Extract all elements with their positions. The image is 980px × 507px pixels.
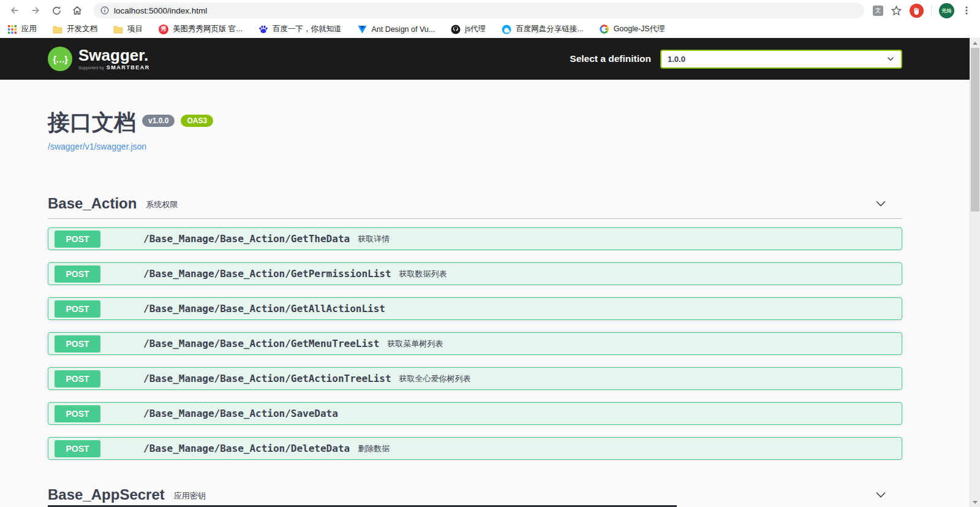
method-badge: POST [55,440,100,457]
bookmark-dev-docs-folder[interactable]: 开发文档 [53,24,97,34]
bookmark-project-folder[interactable]: 项目 [113,24,143,34]
collapse-chevron-icon[interactable] [875,489,887,501]
opblock-save-data[interactable]: POST /Base_Manage/Base_Action/SaveData [48,402,902,425]
operation-path: /Base_Manage/Base_Action/GetTheData [143,233,350,245]
bookmark-baidu[interactable]: 百度一下，你就知道 [258,24,342,34]
hand-icon [913,7,921,15]
operation-summary: 删除数据 [358,443,390,454]
tag-header-base-action[interactable]: Base_Action 系统权限 [48,189,902,219]
operation-path: /Base_Manage/Base_Action/GetAllActionLis… [143,303,385,314]
folder-icon [113,25,123,34]
page-info-icon[interactable] [100,6,109,15]
method-badge: POST [55,300,100,318]
operation-path: /Base_Manage/Base_Action/GetMenuTreeList [143,338,379,349]
bookmark-label: 项目 [127,24,143,34]
supported-by-text: Supported by [78,66,104,70]
bookmark-meitu[interactable]: 秀 美图秀秀网页版 官... [159,24,243,34]
api-info: 接口文档 v1.0.0 OAS3 /swagger/v1/swagger.jso… [48,80,902,152]
back-button[interactable] [6,2,23,19]
bookmark-label: 开发文档 [67,24,97,34]
method-badge: POST [55,370,100,387]
select-definition-label: Select a definition [570,53,651,64]
operation-path: /Base_Manage/Base_Action/GetPermissionLi… [143,268,391,280]
smartbear-text: SMARTBEAR [107,64,150,71]
selected-definition-value: 1.0.0 [668,55,886,64]
operation-path: /Base_Manage/Base_Action/SaveData [143,408,338,419]
adblock-extension-icon[interactable] [910,4,924,18]
method-badge: POST [55,265,100,283]
spec-json-link[interactable]: /swagger/v1/swagger.json [48,142,146,151]
scroll-up-arrow[interactable] [970,38,980,48]
operations-list: POST /Base_Manage/Base_Action/GetTheData… [48,219,902,460]
opblock-get-menu-tree-list[interactable]: POST /Base_Manage/Base_Action/GetMenuTre… [48,332,902,355]
swagger-topbar: {…} Swagger. Supported by SMARTBEAR Sele… [0,38,970,80]
scrollbar-thumb[interactable] [971,48,979,212]
reload-icon [51,6,62,16]
baidu-paw-icon [258,25,268,34]
method-badge: POST [55,231,100,248]
scrollbar-track[interactable] [970,38,980,507]
method-badge: POST [55,335,100,353]
operation-summary: 获取数据列表 [399,269,447,280]
folder-icon [53,25,62,34]
opblock-get-the-data[interactable]: POST /Base_Manage/Base_Action/GetTheData… [48,227,902,250]
tag-name: Base_AppSecret [48,486,165,503]
tag-name: Base_Action [48,195,137,212]
bookmark-label: 应用 [21,24,37,34]
swagger-logo-text: Swagger. [78,47,150,63]
tag-description: 系统权限 [146,199,178,210]
bookmark-label: 美图秀秀网页版 官... [173,24,243,34]
home-button[interactable] [69,2,86,19]
forward-arrow-icon [30,5,41,16]
bookmark-label: 百度网盘分享链接... [516,24,583,34]
opblock-get-all-action-list[interactable]: POST /Base_Manage/Base_Action/GetAllActi… [48,297,902,320]
opblock-get-permission-list[interactable]: POST /Base_Manage/Base_Action/GetPermiss… [48,262,902,285]
reload-button[interactable] [48,2,65,19]
home-icon [72,5,83,16]
forward-button[interactable] [27,2,44,19]
bookmark-js-proxy[interactable]: js代理 [451,24,486,34]
bookmark-label: 百度一下，你就知道 [273,24,342,34]
browser-toolbar: localhost:5000/index.html 文 光灿 [0,0,980,21]
bookmark-label: Ant Design of Vu... [371,25,435,34]
bookmark-star-icon[interactable] [891,5,902,17]
operation-path: /Base_Manage/Base_Action/GetActionTreeLi… [143,373,391,384]
version-badge: v1.0.0 [142,115,175,127]
bookmark-baidu-pan[interactable]: 百度网盘分享链接... [502,24,583,34]
swagger-content: 接口文档 v1.0.0 OAS3 /swagger/v1/swagger.jso… [0,80,970,507]
baidu-pan-icon [502,25,511,34]
bookmarks-bar: 应用 开发文档 项目 秀 美图秀秀网页版 官... 百度一下，你就知道 Ant … [0,21,980,38]
operation-path: /Base_Manage/Base_Action/DeleteData [143,443,350,454]
url-bar[interactable]: localhost:5000/index.html [93,2,864,18]
toolbar-separator [931,5,932,16]
definition-select[interactable]: 1.0.0 [660,50,902,69]
tag-description: 应用密钥 [174,490,206,501]
swagger-logo: {…} Swagger. Supported by SMARTBEAR [48,47,150,71]
opblock-get-action-tree-list[interactable]: POST /Base_Manage/Base_Action/GetActionT… [48,367,902,390]
bookmark-apps[interactable]: 应用 [7,24,37,34]
apps-grid-icon [7,25,17,34]
chevron-down-icon [886,55,895,63]
toolbar-right: 文 光灿 [873,3,974,18]
scroll-down-arrow[interactable] [970,497,980,507]
back-arrow-icon [9,5,20,16]
opblock-delete-data[interactable]: POST /Base_Manage/Base_Action/DeleteData… [48,437,902,460]
url-text: localhost:5000/index.html [114,6,207,15]
meitu-icon: 秀 [159,25,168,34]
tag-header-base-appsecret[interactable]: Base_AppSecret 应用密钥 [48,480,902,507]
bookmark-ant-design[interactable]: Ant Design of Vu... [357,25,435,34]
profile-avatar[interactable]: 光灿 [939,3,954,18]
page-title: 接口文档 [48,109,136,135]
tag-section-base-appsecret: Base_AppSecret 应用密钥 [48,480,902,507]
collapse-chevron-icon[interactable] [875,197,887,210]
oas3-badge: OAS3 [181,115,213,127]
operation-summary: 获取全心爱你树列表 [399,373,471,384]
translate-icon[interactable]: 文 [873,6,883,16]
ant-design-vue-icon [357,25,367,34]
bookmark-label: js代理 [465,24,486,34]
operation-summary: 获取详情 [358,234,390,245]
bookmark-google-js-proxy[interactable]: Google-JS代理 [600,24,665,34]
bookmark-label: Google-JS代理 [614,24,665,34]
browser-menu-icon[interactable] [962,6,971,15]
swagger-logo-icon: {…} [48,47,72,71]
